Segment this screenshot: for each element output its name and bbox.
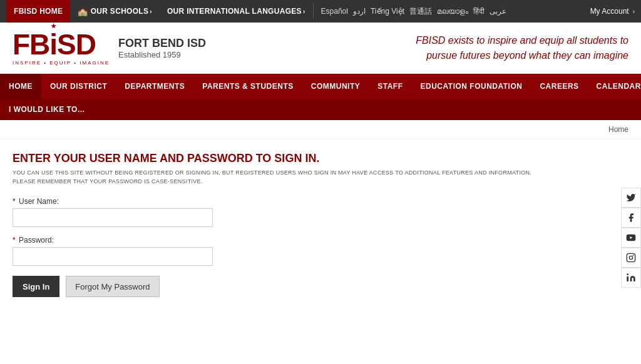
intl-languages-button[interactable]: OUR INTERNATIONAL LANGUAGES › — [160, 0, 313, 23]
form-buttons: Sign In Forgot My Password — [13, 276, 551, 297]
svg-point-5 — [633, 255, 633, 256]
password-input[interactable] — [13, 247, 213, 266]
lang-arabic[interactable]: عربی — [490, 7, 506, 16]
page-heading: ENTER YOUR USER NAME AND PASSWORD TO SIG… — [13, 152, 551, 165]
nav-departments[interactable]: DEPARTMENTS — [116, 74, 193, 99]
logo-tagline: INSPIRE • EQUIP • IMAGINE — [13, 60, 110, 66]
my-account-button[interactable]: My Account › — [590, 7, 635, 16]
nav-staff[interactable]: STAFF — [369, 74, 411, 99]
forgot-password-button[interactable]: Forgot My Password — [66, 276, 159, 297]
nav-calendar[interactable]: CALENDAR — [588, 74, 641, 99]
lang-hindi[interactable]: हिंदी — [473, 7, 485, 16]
twitter-icon[interactable] — [621, 188, 641, 208]
linkedin-icon[interactable] — [621, 268, 641, 288]
district-name: FORT BEND ISD — [118, 37, 206, 50]
lang-chinese[interactable]: 普通話 — [409, 6, 432, 17]
established: Established 1959 — [118, 50, 206, 59]
nav-our-district[interactable]: OUR DISTRICT — [41, 74, 116, 99]
our-schools-button[interactable]: 🏫 OUR SCHOOLS › — [70, 0, 160, 23]
username-group: * User Name: — [13, 197, 551, 227]
username-input[interactable] — [13, 208, 213, 227]
breadcrumb-home[interactable]: Home — [608, 125, 628, 134]
facebook-icon[interactable] — [621, 208, 641, 228]
social-sidebar — [621, 188, 641, 288]
logo-info: FORT BEND ISD Established 1959 — [118, 37, 206, 59]
svg-point-6 — [627, 273, 628, 275]
nav-careers[interactable]: CAREERS — [531, 74, 587, 99]
top-bar-left: FBISD HOME 🏫 OUR SCHOOLS › OUR INTERNATI… — [6, 0, 514, 23]
fbisd-home-button[interactable]: FBISD HOME — [6, 0, 70, 23]
account-chevron: › — [633, 8, 635, 15]
schools-chevron: › — [150, 8, 152, 15]
main-nav: HOME OUR DISTRICT DEPARTMENTS PARENTS & … — [0, 74, 641, 99]
svg-point-4 — [629, 256, 632, 259]
lang-vietnamese[interactable]: Tiếng Việt — [371, 7, 404, 16]
header-tagline: FBISD exists to inspire and equip all st… — [403, 33, 628, 63]
logo[interactable]: FBiSD INSPIRE • EQUIP • IMAGINE — [13, 30, 110, 66]
language-options: Español اردو Tiếng Việt 普通話 മലയാളം हिंदी… — [314, 6, 514, 17]
username-label: * User Name: — [13, 197, 551, 206]
instagram-icon[interactable] — [621, 248, 641, 268]
logo-section: FBiSD INSPIRE • EQUIP • IMAGINE FORT BEN… — [13, 30, 206, 66]
username-required: * — [13, 197, 16, 206]
lang-malayalam[interactable]: മലയാളം — [437, 7, 468, 16]
svg-rect-3 — [627, 253, 635, 261]
breadcrumb-bar: Home — [0, 120, 641, 139]
lang-urdu[interactable]: اردو — [353, 7, 366, 16]
header: FBiSD INSPIRE • EQUIP • IMAGINE FORT BEN… — [0, 23, 641, 74]
school-icon: 🏫 — [78, 7, 88, 16]
youtube-icon[interactable] — [621, 228, 641, 248]
sub-nav: I WOULD LIKE TO... — [0, 99, 641, 120]
nav-education-foundation[interactable]: EDUCATION FOUNDATION — [412, 74, 531, 99]
lang-espanol[interactable]: Español — [321, 7, 348, 16]
nav-community[interactable]: COMMUNITY — [302, 74, 369, 99]
i-would-like-to[interactable]: I WOULD LIKE TO... — [9, 105, 85, 114]
nav-home[interactable]: HOME — [0, 74, 41, 99]
password-label: * Password: — [13, 236, 551, 245]
intl-chevron: › — [303, 8, 305, 15]
nav-parents-students[interactable]: PARENTS & STUDENTS — [193, 74, 302, 99]
page-subtext: YOU CAN USE THIS SITE WITHOUT BEING REGI… — [13, 169, 545, 186]
password-required: * — [13, 236, 16, 245]
signin-button[interactable]: Sign In — [13, 276, 59, 297]
logo-text: FBiSD — [13, 30, 110, 59]
logo-i: i — [49, 28, 57, 61]
top-bar: FBISD HOME 🏫 OUR SCHOOLS › OUR INTERNATI… — [0, 0, 641, 23]
content-area: ENTER YOUR USER NAME AND PASSWORD TO SIG… — [0, 139, 563, 316]
password-group: * Password: — [13, 236, 551, 266]
